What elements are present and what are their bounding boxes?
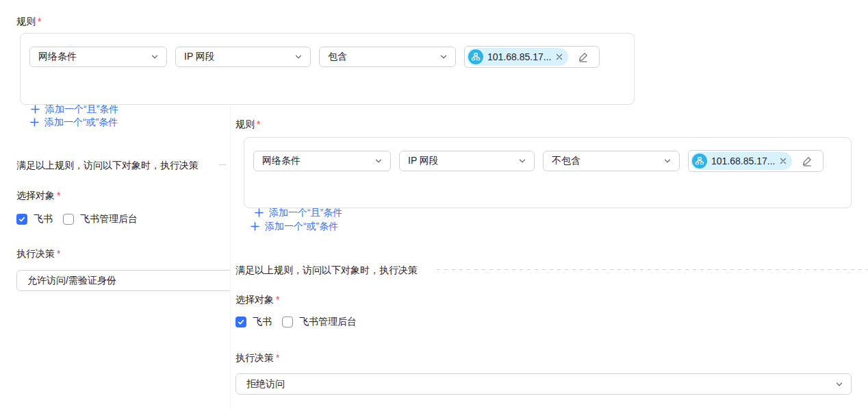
ip-range-tag: 101.68.85.17... bbox=[691, 152, 792, 170]
condition-type-select[interactable]: 网络条件 bbox=[29, 47, 167, 67]
decision-select-value: 拒绝访问 bbox=[246, 378, 285, 391]
decision-select[interactable]: 拒绝访问 bbox=[235, 373, 852, 395]
ip-range-tag-text: 101.68.85.17... bbox=[487, 51, 551, 62]
required-asterisk: * bbox=[276, 352, 279, 363]
required-asterisk: * bbox=[276, 294, 279, 305]
add-or-condition-label: 添加一个“或”条件 bbox=[44, 116, 118, 128]
checkbox-label: 飞书管理后台 bbox=[80, 213, 138, 225]
decision-hint: 满足以上规则，访问以下对象时，执行决策 bbox=[235, 263, 418, 277]
checkbox-feishu-admin[interactable]: 飞书管理后台 bbox=[63, 213, 138, 225]
condition-value-box[interactable]: 101.68.85.17... bbox=[688, 150, 824, 172]
operator-value: 不包含 bbox=[552, 155, 580, 167]
unchecked-checkbox-icon bbox=[63, 214, 74, 225]
rule-condition-card: 网络条件 IP 网段 包含 101.68.85.17... 添加一个“且”条件 bbox=[20, 33, 635, 105]
edit-icon[interactable] bbox=[578, 51, 589, 62]
chevron-down-icon bbox=[150, 52, 159, 62]
decision-hint: 满足以上规则，访问以下对象时，执行决策 bbox=[16, 158, 199, 172]
condition-operator-select[interactable]: 包含 bbox=[319, 47, 456, 67]
decision-label: 执行决策* bbox=[16, 247, 60, 260]
edit-icon[interactable] bbox=[802, 156, 813, 166]
remove-tag-icon[interactable] bbox=[780, 158, 787, 164]
decision-select-value: 允许访问/需验证身份 bbox=[27, 275, 116, 287]
chevron-down-icon bbox=[439, 52, 448, 62]
checkbox-label: 飞书 bbox=[253, 316, 272, 328]
rule-condition-card: 网络条件 IP 网段 不包含 101.68.85.17... 添加一个“且”条件 bbox=[244, 137, 852, 208]
checkbox-label: 飞书 bbox=[34, 213, 53, 225]
chevron-down-icon bbox=[294, 52, 303, 62]
required-asterisk: * bbox=[57, 190, 60, 201]
object-checkbox-row: 飞书 飞书管理后台 bbox=[16, 213, 138, 225]
condition-operator-select[interactable]: 不包含 bbox=[543, 151, 680, 171]
condition-value-box[interactable]: 101.68.85.17... bbox=[464, 46, 600, 68]
required-asterisk: * bbox=[257, 119, 260, 129]
required-asterisk: * bbox=[38, 16, 41, 27]
select-object-label: 选择对象* bbox=[16, 188, 60, 202]
select-object-label: 选择对象* bbox=[235, 293, 279, 306]
plus-icon bbox=[31, 105, 40, 114]
dashed-divider bbox=[437, 269, 868, 270]
condition-field-select[interactable]: IP 网段 bbox=[399, 151, 535, 171]
object-checkbox-row: 飞书 飞书管理后台 bbox=[235, 316, 357, 328]
add-and-condition-link[interactable]: 添加一个“且”条件 bbox=[31, 103, 118, 115]
add-or-condition-link[interactable]: 添加一个“或”条件 bbox=[251, 220, 338, 232]
condition-field-value: IP 网段 bbox=[408, 155, 439, 167]
ip-range-tag: 101.68.85.17... bbox=[467, 48, 568, 66]
checkbox-label: 飞书管理后台 bbox=[299, 316, 357, 328]
add-and-condition-label: 添加一个“且”条件 bbox=[269, 206, 342, 219]
checkbox-feishu-admin[interactable]: 飞书管理后台 bbox=[282, 316, 357, 328]
rule-group-2-panel: 规则* 网络条件 IP 网段 不包含 101.68.85.17... bbox=[230, 106, 868, 409]
unchecked-checkbox-icon bbox=[282, 317, 293, 327]
condition-field-value: IP 网段 bbox=[184, 51, 215, 63]
network-topology-icon bbox=[468, 49, 483, 64]
chevron-down-icon bbox=[663, 156, 672, 166]
condition-type-select[interactable]: 网络条件 bbox=[253, 151, 391, 171]
dashed-divider bbox=[219, 164, 231, 165]
decision-label: 执行决策* bbox=[235, 351, 279, 364]
checkbox-feishu[interactable]: 飞书 bbox=[16, 213, 53, 225]
add-and-condition-link[interactable]: 添加一个“且”条件 bbox=[255, 206, 342, 219]
condition-type-value: 网络条件 bbox=[262, 155, 301, 167]
chevron-down-icon bbox=[374, 156, 383, 166]
chevron-down-icon bbox=[834, 380, 844, 389]
operator-value: 包含 bbox=[328, 51, 347, 63]
rule-label: 规则* bbox=[235, 117, 260, 131]
add-and-condition-label: 添加一个“且”条件 bbox=[45, 103, 118, 115]
rule-label: 规则* bbox=[16, 14, 41, 28]
network-topology-icon bbox=[692, 153, 707, 169]
plus-icon bbox=[255, 208, 264, 217]
checked-checkbox-icon bbox=[16, 214, 27, 225]
checked-checkbox-icon bbox=[235, 317, 246, 327]
checkbox-feishu[interactable]: 飞书 bbox=[235, 316, 272, 328]
ip-range-tag-text: 101.68.85.17... bbox=[711, 156, 775, 166]
required-asterisk: * bbox=[57, 248, 60, 259]
add-or-condition-label: 添加一个“或”条件 bbox=[265, 220, 338, 232]
chevron-down-icon bbox=[518, 156, 527, 166]
plus-icon bbox=[30, 118, 39, 127]
remove-tag-icon[interactable] bbox=[556, 53, 563, 60]
plus-icon bbox=[251, 222, 259, 231]
add-or-condition-link[interactable]: 添加一个“或”条件 bbox=[30, 116, 118, 128]
condition-field-select[interactable]: IP 网段 bbox=[175, 47, 311, 67]
condition-type-value: 网络条件 bbox=[38, 51, 77, 63]
